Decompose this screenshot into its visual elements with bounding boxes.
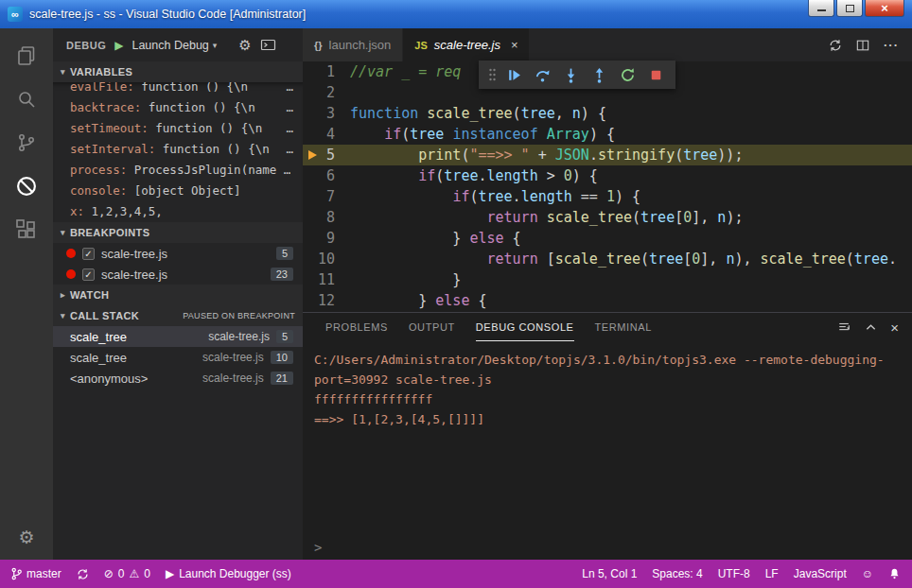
clear-console-button[interactable] [837, 320, 851, 334]
variable-row[interactable]: evalFile: function () {\n… [53, 82, 303, 96]
step-into-button[interactable] [558, 62, 584, 87]
line-number[interactable]: 3 [303, 103, 350, 124]
variables-section-title: VARIABLES [70, 66, 132, 78]
code-line[interactable]: 9 } else { [303, 228, 912, 249]
close-button[interactable]: × [865, 0, 904, 17]
variable-value: function () {\n [155, 142, 269, 156]
code-editor[interactable]: 1//var _ = req23function scale_tree(tree… [303, 61, 912, 312]
breakpoints-list: ✓scale-tree.js5✓scale-tree.js23 [53, 243, 303, 285]
variable-row[interactable]: x: 1,2,3,4,5, [53, 200, 303, 221]
step-over-button[interactable] [530, 62, 555, 87]
code-line[interactable]: 10 return [scale_tree(tree[0], n), scale… [303, 249, 912, 269]
code-text: print("==>> " + JSON.stringify(tree)); [350, 145, 912, 165]
variables-section-header[interactable]: ▾ VARIABLES [53, 61, 303, 82]
sidebar-item-source-control[interactable] [0, 121, 53, 164]
sync-icon [829, 39, 842, 52]
continue-button[interactable] [501, 62, 527, 87]
variable-row[interactable]: backtrace: function () {\n… [53, 96, 303, 117]
encoding-setting[interactable]: UTF-8 [718, 567, 750, 580]
line-number[interactable]: 8 [303, 207, 350, 228]
close-panel-icon[interactable]: × [890, 320, 899, 336]
line-number[interactable]: 9 [303, 228, 350, 249]
restart-button[interactable] [615, 62, 640, 87]
code-line[interactable]: 8 return scale_tree(tree[0], n); [303, 207, 912, 228]
breakpoint-checkbox[interactable]: ✓ [82, 248, 95, 260]
cursor-position[interactable]: Ln 5, Col 1 [582, 567, 637, 580]
minimize-button[interactable] [808, 0, 834, 17]
split-editor-button[interactable] [856, 39, 869, 52]
line-number[interactable]: 4 [303, 124, 350, 145]
callstack-frame[interactable]: <anonymous>scale-tree.js21 [53, 368, 303, 389]
tab-launch-json[interactable]: {} launch.json [303, 28, 402, 61]
breakpoint-checkbox[interactable]: ✓ [82, 268, 95, 281]
sidebar-item-extensions[interactable] [0, 208, 53, 251]
callstack-frame[interactable]: scale_treescale-tree.js10 [53, 347, 303, 368]
problems-indicator[interactable]: ⊘ 0 ⚠ 0 [104, 567, 150, 580]
code-token: stringify [598, 147, 675, 164]
line-number[interactable]: 2 [303, 82, 350, 103]
sidebar-item-debug[interactable] [0, 164, 53, 208]
title-bar[interactable]: ∞ scale-tree.js - ss - Visual Studio Cod… [0, 0, 912, 28]
variable-row[interactable]: process: ProcessJsPlugin(name … [53, 159, 303, 180]
tab-debug-console[interactable]: DEBUG CONSOLE [476, 313, 574, 341]
line-number[interactable]: 1 [303, 61, 350, 82]
indentation-setting[interactable]: Spaces: 4 [652, 567, 702, 580]
callstack-frame[interactable]: scale_treescale-tree.js5 [53, 326, 303, 347]
tab-scale-tree-js[interactable]: JS scale-tree.js × [403, 28, 529, 61]
code-line[interactable]: 7 if(tree.length == 1) { [303, 186, 912, 207]
stop-button[interactable] [643, 62, 669, 87]
line-number[interactable]: 11 [303, 269, 350, 290]
line-number[interactable]: 10 [303, 249, 350, 269]
chevron-down-icon: ▾ [213, 41, 218, 50]
open-debug-console-button[interactable] [260, 38, 276, 52]
branch-indicator[interactable]: master [11, 567, 61, 580]
code-line[interactable]: 5 print("==>> " + JSON.stringify(tree)); [303, 145, 912, 165]
line-number[interactable]: 7 [303, 186, 350, 207]
code-line[interactable]: 11 } [303, 269, 912, 290]
code-token: "==>> " [469, 147, 529, 164]
variable-row[interactable]: setTimeout: function () {\n… [53, 117, 303, 138]
code-line[interactable]: 4 if(tree instanceof Array) { [303, 124, 912, 145]
line-number[interactable]: 12 [303, 290, 350, 311]
line-number[interactable]: 6 [303, 165, 350, 186]
breakpoints-section-header[interactable]: ▾ BREAKPOINTS [53, 222, 303, 243]
variable-name: x: [70, 204, 84, 218]
feedback-smiley-icon[interactable]: ☺ [862, 567, 873, 580]
code-line[interactable]: 12 } else { [303, 290, 912, 311]
notifications-bell[interactable] [888, 567, 901, 580]
code-line[interactable]: 3function scale_tree(tree, n) { [303, 103, 912, 124]
debug-config-dropdown[interactable]: Launch Debug ▾ [132, 39, 217, 52]
sidebar-item-explorer[interactable] [0, 34, 53, 78]
sync-button[interactable] [829, 39, 842, 52]
language-mode[interactable]: JavaScript [794, 567, 847, 580]
step-out-button[interactable] [587, 62, 612, 87]
sync-status[interactable] [77, 568, 89, 580]
debug-console-input[interactable]: > [303, 535, 912, 560]
code-text: if(tree instanceof Array) { [350, 124, 912, 145]
start-debug-button[interactable]: ▶ [114, 39, 123, 52]
tab-close-icon[interactable]: × [511, 38, 518, 52]
launch-debugger-status[interactable]: ▶ Launch Debugger (ss) [166, 567, 291, 580]
callstack-section-title: CALL STACK [70, 310, 139, 321]
code-token: . [513, 188, 521, 205]
sidebar-item-search[interactable] [0, 78, 53, 121]
breakpoint-row[interactable]: ✓scale-tree.js23 [53, 264, 303, 285]
eol-setting[interactable]: LF [765, 567, 779, 580]
extensions-icon [15, 218, 38, 241]
code-line[interactable]: 6 if(tree.length > 0) { [303, 165, 912, 186]
callstack-section-header[interactable]: ▾ CALL STACK PAUSED ON BREAKPOINT [53, 305, 303, 326]
maximize-panel-button[interactable] [865, 321, 877, 333]
tab-terminal[interactable]: TERMINAL [595, 313, 652, 341]
settings-gear-icon[interactable]: ⚙ [0, 527, 53, 548]
variable-row[interactable]: setInterval: function () {\n… [53, 138, 303, 159]
more-actions-icon[interactable]: ··· [884, 38, 899, 52]
configure-gear-icon[interactable]: ⚙ [238, 37, 251, 54]
breakpoint-row[interactable]: ✓scale-tree.js5 [53, 243, 303, 264]
code-token [350, 126, 384, 143]
variable-row[interactable]: console: [object Object] [53, 180, 303, 200]
maximize-button[interactable] [836, 0, 863, 17]
tab-problems[interactable]: PROBLEMS [325, 313, 388, 341]
tab-output[interactable]: OUTPUT [409, 313, 455, 341]
toolbar-drag-grip[interactable] [485, 62, 499, 87]
watch-section-header[interactable]: ▸ WATCH [53, 285, 303, 305]
